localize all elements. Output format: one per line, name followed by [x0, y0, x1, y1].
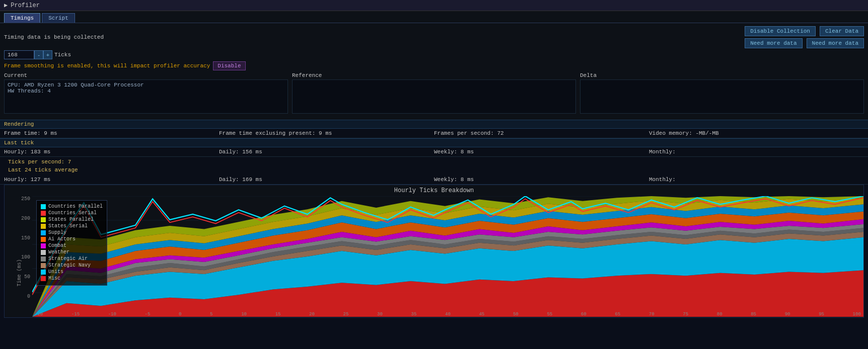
chart-svg — [32, 196, 863, 317]
last-tick-stats: Hourly: 183 ms Daily: 156 ms Weekly: 8 m… — [0, 147, 868, 157]
delta-panel-label: Delta — [580, 72, 864, 78]
legend-states-parallel: States Parallel — [41, 217, 103, 222]
rendering-section-header: Rendering — [0, 120, 868, 129]
frame-time-excluding: Frame time exclusing present: 9 ms — [219, 130, 434, 136]
chart-legend: Countries Parallel Countries Serial Stat… — [36, 200, 107, 286]
tab-bar: Timings Script — [0, 11, 868, 23]
last24-hourly: Hourly: 127 ms — [4, 177, 219, 183]
legend-weather: Weather — [41, 249, 103, 255]
legend-states-serial: States Serial — [41, 223, 103, 229]
x-axis-labels: -20 -15 -10 -5 0 5 10 15 20 25 30 35 40 … — [32, 312, 863, 317]
ticks-per-second-area: Ticks per second: 7 Last 24 ticks averag… — [0, 157, 868, 175]
legend-strategic-navy: Strategic Navy — [41, 263, 103, 268]
chart-title: Hourly Ticks Breakdown — [5, 185, 863, 196]
last24-daily: Daily: 169 ms — [219, 177, 434, 183]
last-tick-monthly: Monthly: — [649, 149, 864, 155]
current-panel-label: Current — [4, 72, 288, 78]
title-icon: ▶ — [4, 2, 8, 9]
ticks-input[interactable] — [4, 50, 34, 59]
ticks-decrement-button[interactable]: - — [34, 50, 43, 59]
reference-panel-box — [292, 79, 576, 114]
last24-monthly: Monthly: — [649, 177, 864, 183]
smoothing-warning-text: Frame smoothing is enabled, this will im… — [4, 63, 210, 69]
ticks-label: Ticks — [54, 52, 71, 58]
tab-timings[interactable]: Timings — [4, 13, 40, 23]
status-text: Timing data is being collected — [4, 34, 104, 40]
y-150: 150 — [21, 235, 30, 241]
frames-per-second: Frames per second: 72 — [434, 130, 649, 136]
ticks-per-second: Ticks per second: 7 — [4, 158, 864, 166]
legend-countries-serial: Countries Serial — [41, 210, 103, 216]
legend-ai-actors: Ai Actors — [41, 236, 103, 242]
disable-smoothing-button[interactable]: Disable — [213, 61, 245, 70]
app-title: Profiler — [11, 2, 40, 9]
last24-weekly: Weekly: 8 ms — [434, 177, 649, 183]
y-0: 0 — [27, 294, 30, 299]
y-axis-label: Time (ms) — [17, 259, 22, 287]
last-tick-weekly: Weekly: 8 ms — [434, 149, 649, 155]
last-24-ticks-stats: Hourly: 127 ms Daily: 169 ms Weekly: 8 m… — [0, 175, 868, 185]
legend-strategic-air: Strategic Air — [41, 256, 103, 261]
current-cpu: CPU: AMD Ryzen 3 1200 Quad-Core Processo… — [8, 82, 284, 88]
legend-combat: Combat — [41, 243, 103, 248]
reference-panel-label: Reference — [292, 72, 576, 78]
legend-supply: Supply — [41, 230, 103, 235]
last-tick-hourly: Hourly: 183 ms — [4, 149, 219, 155]
clear-data-button[interactable]: Clear Data — [820, 26, 864, 36]
ticks-increment-button[interactable]: + — [43, 50, 52, 59]
y-100: 100 — [21, 254, 30, 260]
title-bar: ▶ Profiler — [0, 0, 868, 11]
last-tick-daily: Daily: 156 ms — [219, 149, 434, 155]
current-hw: HW Threads: 4 — [8, 88, 284, 94]
last-tick-section-header: Last tick — [0, 138, 868, 147]
current-panel-box: CPU: AMD Ryzen 3 1200 Quad-Core Processo… — [4, 79, 288, 114]
video-memory: Video memory: -MB/-MB — [649, 130, 864, 136]
y-200: 200 — [21, 216, 30, 221]
legend-misc: Misc — [41, 276, 103, 281]
last-24-avg: Last 24 ticks average — [4, 166, 864, 174]
rendering-stats: Frame time: 9 ms Frame time exclusing pr… — [0, 129, 868, 138]
disable-collection-button[interactable]: Disable Collection — [745, 26, 816, 36]
current-panel: Current CPU: AMD Ryzen 3 1200 Quad-Core … — [4, 72, 288, 114]
tab-script[interactable]: Script — [42, 13, 75, 23]
y-250: 250 — [21, 196, 30, 202]
frame-time: Frame time: 9 ms — [4, 130, 219, 136]
reference-panel: Reference — [292, 72, 576, 114]
legend-units: Units — [41, 269, 103, 275]
need-more-data-button-2[interactable]: Need more data — [807, 38, 864, 48]
legend-countries-parallel: Countries Parallel — [41, 204, 103, 209]
chart-main: Countries Parallel Countries Serial Stat… — [32, 196, 863, 317]
need-more-data-button-1[interactable]: Need more data — [745, 38, 802, 48]
y-50: 50 — [24, 274, 30, 280]
chart-container: Hourly Ticks Breakdown Time (ms) 250 200… — [4, 185, 864, 318]
chart-y-axis: Time (ms) 250 200 150 100 50 0 — [5, 196, 32, 317]
delta-panel: Delta — [580, 72, 864, 114]
delta-panel-box — [580, 79, 864, 114]
